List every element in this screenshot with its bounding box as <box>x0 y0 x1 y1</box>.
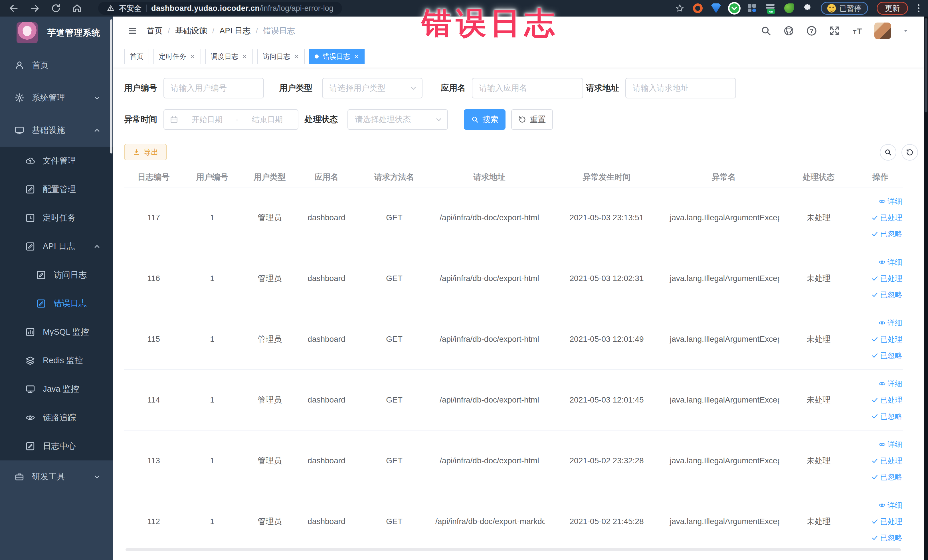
user-id-input[interactable] <box>163 78 264 98</box>
search-button[interactable]: 搜索 <box>464 109 505 130</box>
process-status-label: 处理状态 <box>305 114 338 125</box>
profile-avatar-emoji <box>827 4 836 12</box>
app-logo-row[interactable]: 芋道管理系统 <box>0 17 113 49</box>
fullscreen-icon[interactable] <box>829 25 840 37</box>
action-detail[interactable]: 详细 <box>878 439 902 450</box>
breadcrumb-home[interactable]: 首页 <box>147 25 163 36</box>
tab-access-log[interactable]: 访问日志 <box>257 49 305 64</box>
action-detail[interactable]: 详细 <box>878 318 902 328</box>
avatar-caret-down-icon[interactable] <box>902 27 909 34</box>
app-logo <box>17 22 38 43</box>
refresh-table-button[interactable] <box>902 144 918 160</box>
log-icon <box>25 241 35 252</box>
check-icon <box>871 457 878 464</box>
horizontal-scrollbar[interactable] <box>125 548 901 551</box>
extension-shield-icon[interactable] <box>711 3 721 13</box>
close-icon[interactable] <box>353 53 359 60</box>
sidebar-item-access-log[interactable]: 访问日志 <box>0 261 113 289</box>
browser-update-button[interactable]: 更新 <box>877 2 908 15</box>
reset-button[interactable]: 重置 <box>511 109 553 130</box>
extension-grid-icon[interactable] <box>748 3 757 13</box>
search-icon <box>884 148 892 156</box>
address-bar[interactable]: 不安全 dashboard.yudao.iocoder.cn/infra/log… <box>98 2 342 15</box>
exception-time-range-picker[interactable]: 开始日期 - 结束日期 <box>163 109 298 130</box>
user-id-label: 用户编号 <box>124 82 157 94</box>
sidebar-item-error-log[interactable]: 错误日志 <box>0 289 113 318</box>
export-button[interactable]: 导出 <box>124 144 167 160</box>
action-detail[interactable]: 详细 <box>878 500 902 510</box>
sidebar-item-mysql[interactable]: MySQL 监控 <box>0 318 113 346</box>
tab-job-log[interactable]: 调度日志 <box>205 49 253 64</box>
extension-orange-icon[interactable] <box>693 3 703 13</box>
sidebar-item-trace[interactable]: 链路追踪 <box>0 403 113 432</box>
tags-view-bar: 首页 定时任务 调度日志 访问日志 错误日志 <box>113 45 924 68</box>
sidebar-item-java[interactable]: Java 监控 <box>0 375 113 403</box>
action-processed[interactable]: 已处理 <box>871 456 902 466</box>
action-processed[interactable]: 已处理 <box>871 517 902 526</box>
close-icon[interactable] <box>293 53 299 60</box>
action-ignored[interactable]: 已忽略 <box>871 290 902 300</box>
browser-back-icon[interactable] <box>9 3 19 14</box>
close-icon[interactable] <box>242 53 247 60</box>
sidebar-item-job[interactable]: 定时任务 <box>0 204 113 232</box>
extension-green-check-icon[interactable] <box>730 3 739 13</box>
action-detail[interactable]: 详细 <box>878 197 902 206</box>
request-url-label: 请求地址 <box>586 82 619 94</box>
process-status-select[interactable] <box>348 109 448 130</box>
action-ignored[interactable]: 已忽略 <box>871 472 902 482</box>
action-processed[interactable]: 已处理 <box>871 334 902 344</box>
address-divider <box>146 5 147 12</box>
profile-paused-button[interactable]: 已暂停 <box>821 2 868 15</box>
action-processed[interactable]: 已处理 <box>871 213 902 223</box>
extensions-puzzle-icon[interactable] <box>803 3 812 13</box>
sidebar-scrollbar[interactable] <box>110 20 112 154</box>
layers-icon <box>25 356 35 366</box>
table-row: 114 1 管理员 dashboard GET /api/infra/db-do… <box>124 370 903 430</box>
hamburger-icon[interactable] <box>127 26 138 36</box>
font-size-icon[interactable] <box>852 25 863 37</box>
user-type-select[interactable] <box>322 78 423 98</box>
browser-reload-icon[interactable] <box>51 3 61 14</box>
bookmark-star-icon[interactable] <box>675 4 684 13</box>
action-ignored[interactable]: 已忽略 <box>871 533 902 543</box>
breadcrumb-infra[interactable]: 基础设施 <box>175 25 207 36</box>
tab-job[interactable]: 定时任务 <box>154 49 201 64</box>
sidebar-item-log-center[interactable]: 日志中心 <box>0 432 113 461</box>
tab-error-log[interactable]: 错误日志 <box>309 49 365 64</box>
action-ignored[interactable]: 已忽略 <box>871 351 902 360</box>
action-processed[interactable]: 已处理 <box>871 273 902 284</box>
help-icon[interactable] <box>806 25 817 37</box>
action-processed[interactable]: 已处理 <box>871 395 902 405</box>
github-icon[interactable] <box>783 25 795 37</box>
breadcrumb-api-log[interactable]: API 日志 <box>220 25 251 36</box>
sidebar-item-api-log[interactable]: API 日志 <box>0 232 113 261</box>
extension-switch-icon[interactable]: on <box>766 3 776 13</box>
page-scrollbar[interactable] <box>924 17 928 560</box>
tab-home[interactable]: 首页 <box>124 49 149 64</box>
action-detail[interactable]: 详细 <box>878 257 902 267</box>
extension-leaf-icon[interactable] <box>784 3 794 13</box>
close-icon[interactable] <box>190 53 195 60</box>
toggle-search-button[interactable] <box>880 144 896 160</box>
sidebar-item-home[interactable]: 首页 <box>0 49 113 82</box>
app-name-input[interactable] <box>472 78 583 98</box>
action-ignored[interactable]: 已忽略 <box>871 411 902 421</box>
browser-forward-icon[interactable] <box>30 3 40 14</box>
browser-menu-icon[interactable] <box>917 3 920 14</box>
avatar[interactable] <box>875 23 891 39</box>
check-icon <box>871 396 878 404</box>
header-search-icon[interactable] <box>760 25 772 37</box>
sidebar-item-dev-tools[interactable]: 研发工具 <box>0 461 113 493</box>
user-icon <box>14 60 24 70</box>
url-domain: dashboard.yudao.iocoder.cn <box>151 4 260 12</box>
action-ignored[interactable]: 已忽略 <box>871 229 902 239</box>
sidebar-item-config[interactable]: 配置管理 <box>0 175 113 204</box>
request-url-input[interactable] <box>625 78 736 98</box>
action-detail[interactable]: 详细 <box>878 379 902 389</box>
sidebar-item-redis[interactable]: Redis 监控 <box>0 346 113 375</box>
sidebar-item-infra[interactable]: 基础设施 <box>0 114 113 146</box>
infra-submenu: 文件管理 配置管理 定时任务 API 日志 访问日志 错误日志 MySQL 监控 <box>0 146 113 461</box>
sidebar-item-system[interactable]: 系统管理 <box>0 82 113 114</box>
browser-home-icon[interactable] <box>72 3 82 14</box>
sidebar-item-file[interactable]: 文件管理 <box>0 146 113 175</box>
